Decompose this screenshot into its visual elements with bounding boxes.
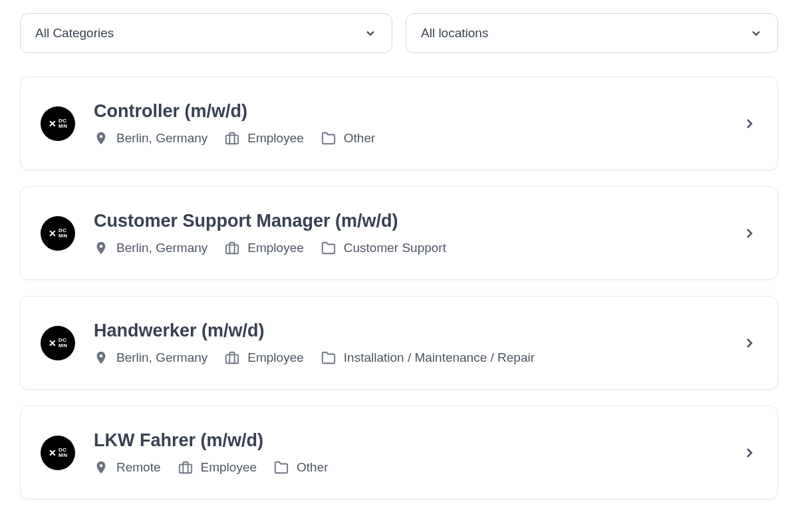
job-location-text: Berlin, Germany (116, 131, 207, 146)
chevron-down-icon (364, 27, 377, 40)
location-icon (94, 460, 108, 475)
company-logo: ✕ DC MN (41, 216, 75, 251)
folder-icon (274, 460, 289, 475)
location-icon (94, 131, 108, 146)
job-location: Berlin, Germany (94, 131, 207, 146)
job-category-text: Other (297, 460, 329, 475)
job-category: Installation / Maintenance / Repair (321, 350, 535, 365)
job-card[interactable]: ✕ DC MN Controller (m/w/d) Berlin, Germa… (20, 76, 778, 170)
job-meta: Remote Employee Other (94, 460, 741, 475)
company-logo: ✕ DC MN (41, 106, 75, 141)
svg-rect-3 (179, 464, 191, 473)
chevron-down-icon (749, 27, 763, 40)
location-dropdown-label: All locations (421, 26, 488, 41)
job-title: Handwerker (m/w/d) (94, 321, 741, 341)
svg-rect-0 (226, 135, 238, 144)
job-content: LKW Fahrer (m/w/d) Remote Employee (94, 430, 741, 475)
job-type: Employee (225, 241, 304, 255)
job-content: Customer Support Manager (m/w/d) Berlin,… (94, 211, 741, 255)
job-type-text: Employee (247, 131, 304, 146)
job-type-text: Employee (201, 460, 257, 475)
job-location-text: Berlin, Germany (116, 241, 207, 255)
job-type-text: Employee (247, 350, 304, 365)
location-dropdown[interactable]: All locations (406, 13, 778, 53)
briefcase-icon (178, 460, 193, 475)
job-category: Other (274, 460, 329, 475)
job-category-text: Other (344, 131, 376, 146)
chevron-right-icon (741, 445, 757, 461)
job-list: ✕ DC MN Controller (m/w/d) Berlin, Germa… (20, 76, 778, 499)
job-title: Customer Support Manager (m/w/d) (94, 211, 741, 231)
job-location: Remote (94, 460, 161, 475)
job-card[interactable]: ✕ DC MN LKW Fahrer (m/w/d) Remote (20, 406, 778, 499)
job-location: Berlin, Germany (94, 241, 207, 255)
job-category-text: Customer Support (344, 241, 446, 255)
filters-row: All Categories All locations (20, 13, 778, 53)
svg-rect-1 (226, 245, 238, 253)
company-logo: ✕ DC MN (41, 326, 75, 360)
job-type: Employee (225, 131, 304, 146)
job-meta: Berlin, Germany Employee Installation / … (94, 350, 741, 365)
briefcase-icon (225, 131, 239, 146)
job-type: Employee (225, 350, 304, 365)
chevron-right-icon (741, 225, 757, 241)
job-title: LKW Fahrer (m/w/d) (94, 430, 741, 451)
job-content: Handwerker (m/w/d) Berlin, Germany Emplo… (94, 321, 741, 365)
job-location-text: Berlin, Germany (116, 350, 207, 365)
job-category: Other (321, 131, 376, 146)
job-type-text: Employee (247, 241, 304, 255)
job-category: Customer Support (321, 241, 446, 255)
company-logo: ✕ DC MN (41, 436, 75, 470)
job-meta: Berlin, Germany Employee Customer Suppor… (94, 241, 741, 255)
location-icon (94, 350, 108, 365)
job-type: Employee (178, 460, 257, 475)
job-meta: Berlin, Germany Employee Other (94, 131, 741, 146)
folder-icon (321, 131, 336, 146)
job-title: Controller (m/w/d) (94, 101, 741, 122)
folder-icon (321, 241, 336, 255)
chevron-right-icon (741, 116, 757, 132)
category-dropdown[interactable]: All Categories (20, 13, 392, 53)
location-icon (94, 241, 108, 255)
job-category-text: Installation / Maintenance / Repair (344, 350, 535, 365)
job-location-text: Remote (116, 460, 161, 475)
job-content: Controller (m/w/d) Berlin, Germany Emplo… (94, 101, 741, 146)
briefcase-icon (225, 241, 239, 255)
job-card[interactable]: ✕ DC MN Customer Support Manager (m/w/d)… (20, 186, 778, 280)
job-location: Berlin, Germany (94, 350, 207, 365)
chevron-right-icon (741, 335, 757, 351)
job-card[interactable]: ✕ DC MN Handwerker (m/w/d) Berlin, Germa… (20, 296, 778, 390)
svg-rect-2 (226, 354, 238, 363)
folder-icon (321, 350, 336, 365)
briefcase-icon (225, 350, 239, 365)
category-dropdown-label: All Categories (35, 26, 114, 41)
